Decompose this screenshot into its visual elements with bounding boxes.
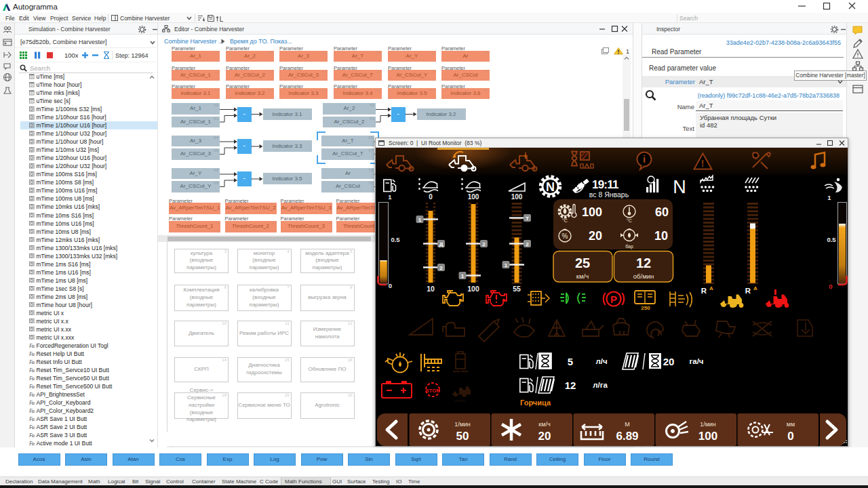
svg-text:F: F [29,359,33,365]
svg-text:0: 0 [429,193,433,201]
svg-text:F: F [29,375,33,381]
svg-text:12: 12 [565,380,576,391]
svg-text:5: 5 [568,356,573,367]
svg-text:19:11: 19:11 [592,178,618,191]
svg-text:М: М [625,421,630,428]
svg-text:км/ч: км/ч [538,421,551,428]
svg-text:F: F [29,367,33,373]
svg-text:бар: бар [625,244,633,249]
svg-text:F: F [29,351,33,357]
svg-text:N: N [673,177,686,197]
svg-text:N: N [546,180,555,194]
svg-text:F: F [29,424,33,430]
svg-text:Горчица: Горчица [520,399,551,407]
svg-text:2: 2 [526,241,529,247]
svg-text:100: 100 [698,430,717,443]
svg-text:R: R [701,287,707,295]
svg-text:R: R [745,287,751,295]
svg-text:n/min: n/min [455,399,465,403]
svg-text:55: 55 [513,285,521,293]
svg-text:л/га: л/га [593,381,608,389]
svg-text:100: 100 [467,285,479,293]
svg-text:!: ! [701,158,705,169]
svg-text:F: F [29,400,33,405]
svg-text:F: F [29,441,33,446]
svg-text:6.89: 6.89 [616,430,638,443]
svg-text:об/мин: об/мин [633,272,654,280]
svg-text:0: 0 [389,282,392,289]
svg-text:F: F [29,408,33,413]
svg-text:STOP: STOP [426,388,439,394]
svg-text:100: 100 [511,193,523,201]
svg-text:T: T [526,216,529,222]
svg-text:1: 1 [827,194,831,201]
svg-text:%: % [562,232,568,240]
svg-text:0: 0 [787,430,793,443]
svg-text:20: 20 [589,229,602,243]
svg-text:50: 50 [456,430,469,443]
svg-text:1/мин: 1/мин [700,421,716,428]
svg-text:Д: Д [439,241,443,247]
svg-text:1/мин: 1/мин [454,421,471,428]
svg-text:°С: °С [627,218,632,223]
svg-text:P: P [610,293,617,305]
svg-text:F: F [29,392,33,397]
svg-text:л/ч: л/ч [595,357,607,365]
svg-text:i: i [643,153,646,165]
svg-text:1: 1 [461,273,465,279]
svg-text:F: F [29,416,33,422]
svg-text:1: 1 [418,217,422,223]
svg-text:2: 2 [439,265,443,271]
svg-text:20: 20 [663,356,675,367]
svg-text:га/ч: га/ч [689,357,703,365]
svg-text:°С: °С [562,218,568,223]
svg-text:A: A [709,285,713,291]
svg-text:1: 1 [505,262,508,268]
svg-text:2: 2 [482,241,486,247]
svg-text:вс 8 Январь: вс 8 Январь [589,190,629,199]
svg-text:100x: 100x [64,52,79,59]
svg-text:10: 10 [654,229,668,243]
svg-text:0.5: 0.5 [827,236,836,243]
svg-text:0.5: 0.5 [391,236,400,243]
svg-text:км/ч: км/ч [576,272,589,280]
svg-text:F: F [29,432,33,438]
svg-text:20: 20 [538,430,551,443]
svg-text:60: 60 [655,205,669,219]
svg-text:i: i [524,150,527,161]
svg-text:A: A [753,285,757,291]
svg-text:250: 250 [641,305,650,311]
svg-text:0: 0 [829,283,832,290]
svg-text:F: F [29,343,33,348]
svg-text:25: 25 [575,256,590,270]
svg-text:100: 100 [468,193,479,201]
svg-text:10: 10 [427,285,435,293]
svg-text:мм: мм [787,421,795,428]
svg-text:1: 1 [388,193,392,201]
svg-text:F: F [29,384,33,389]
svg-text:Step: 12964: Step: 12964 [115,52,149,59]
svg-text:100: 100 [582,205,602,219]
svg-text:12: 12 [636,256,651,270]
